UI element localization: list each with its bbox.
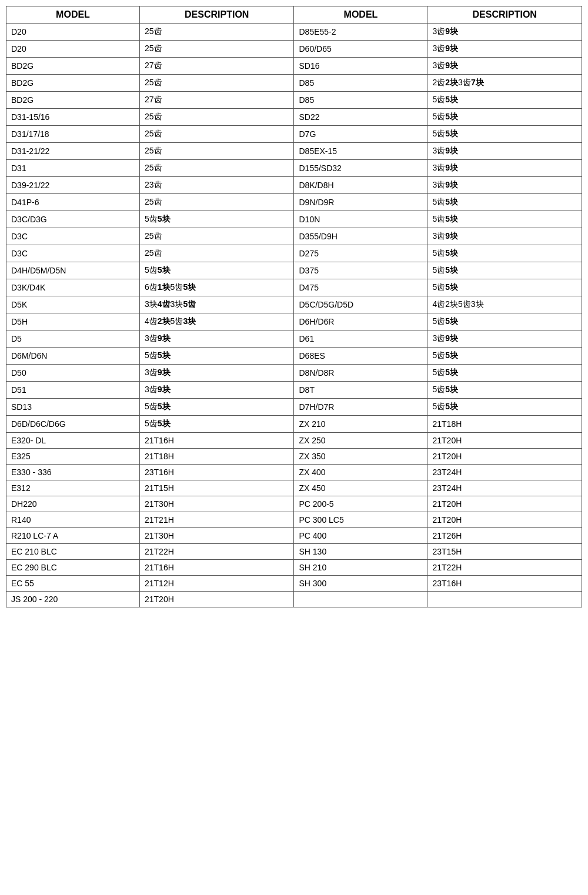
- model-cell: D61: [294, 330, 427, 348]
- description-cell: 25齿: [140, 194, 294, 211]
- model-cell: SD13: [6, 399, 140, 416]
- description-cell: 23T16H: [427, 576, 582, 592]
- model-cell: D375: [294, 262, 427, 279]
- table-row: D6M/D6N5齿5块D68ES5齿5块: [6, 348, 582, 365]
- model-cell: R140: [6, 512, 140, 528]
- description-cell: 5齿5块: [427, 211, 582, 228]
- description-cell: 23齿: [140, 177, 294, 194]
- model-cell: ZX 350: [294, 449, 427, 465]
- description-cell: 3齿9块: [427, 160, 582, 177]
- description-cell: 21T20H: [427, 449, 582, 465]
- description-cell: 25齿: [140, 41, 294, 58]
- description-cell: 21T16H: [140, 433, 294, 449]
- model-cell: SD16: [294, 58, 427, 75]
- description-cell: 3齿9块: [427, 143, 582, 160]
- description-cell: 21T20H: [427, 433, 582, 449]
- model-cell: D3C: [6, 228, 140, 245]
- model-cell: D8T: [294, 382, 427, 399]
- description-cell: 5齿5块: [427, 399, 582, 416]
- table-row: D3C25齿D355/D9H3齿9块: [6, 228, 582, 245]
- model-cell: E325: [6, 449, 140, 465]
- description-cell: 2齿2块3齿7块: [427, 75, 582, 92]
- model-cell: R210 LC-7 A: [6, 528, 140, 544]
- model-cell: D60/D65: [294, 41, 427, 58]
- table-row: D2025齿D60/D653齿9块: [6, 41, 582, 58]
- description-cell: 5齿5块: [427, 245, 582, 262]
- model-cell: D20: [6, 41, 140, 58]
- table-row: EC 290 BLC21T16HSH 21021T22H: [6, 560, 582, 576]
- model-cell: SH 210: [294, 560, 427, 576]
- table-row: D31-15/1625齿SD225齿5块: [6, 109, 582, 126]
- description-cell: 25齿: [140, 75, 294, 92]
- model-cell: D9N/D9R: [294, 194, 427, 211]
- model-cell: PC 200-5: [294, 496, 427, 512]
- model-cell: D4H/D5M/D5N: [6, 262, 140, 279]
- table-row: D5K3块4齿3块5齿D5C/D5G/D5D4齿2块5齿3块: [6, 296, 582, 313]
- model-cell: D31: [6, 160, 140, 177]
- description-cell: 21T16H: [140, 560, 294, 576]
- model-cell: D3C/D3G: [6, 211, 140, 228]
- model-cell: D5K: [6, 296, 140, 313]
- model-cell: EC 210 BLC: [6, 544, 140, 560]
- table-row: E32521T18HZX 35021T20H: [6, 449, 582, 465]
- description-cell: 21T18H: [140, 449, 294, 465]
- description-cell: 21T20H: [427, 512, 582, 528]
- description-cell: 3齿9块: [427, 58, 582, 75]
- description-cell: 5齿5块: [427, 126, 582, 143]
- main-container: MODEL DESCRIPTION MODEL DESCRIPTION D202…: [0, 0, 588, 613]
- description-cell: 5齿5块: [427, 194, 582, 211]
- model-cell: D3K/D4K: [6, 279, 140, 296]
- table-row: D31/17/1825齿D7G5齿5块: [6, 126, 582, 143]
- table-row: E320- DL21T16HZX 25021T20H: [6, 433, 582, 449]
- model-cell: D31-21/22: [6, 143, 140, 160]
- table-row: D41P-625齿D9N/D9R5齿5块: [6, 194, 582, 211]
- description-cell: 5齿5块: [140, 211, 294, 228]
- table-row: D3K/D4K6齿1块5齿5块D4755齿5块: [6, 279, 582, 296]
- description-cell: 5齿5块: [140, 416, 294, 433]
- model-cell: D5: [6, 330, 140, 348]
- table-row: D4H/D5M/D5N5齿5块D3755齿5块: [6, 262, 582, 279]
- model-cell: ZX 210: [294, 416, 427, 433]
- model-cell: D39-21/22: [6, 177, 140, 194]
- model-cell: D8N/D8R: [294, 365, 427, 382]
- description-cell: 23T24H: [427, 465, 582, 480]
- model-cell: D10N: [294, 211, 427, 228]
- description-cell: 3齿9块: [140, 330, 294, 348]
- table-row: D503齿9块D8N/D8R5齿5块: [6, 365, 582, 382]
- parts-table: MODEL DESCRIPTION MODEL DESCRIPTION D202…: [6, 6, 582, 607]
- description-cell: 3齿9块: [427, 41, 582, 58]
- table-row: D6D/D6C/D6G5齿5块ZX 21021T18H: [6, 416, 582, 433]
- col-header-model1: MODEL: [6, 6, 140, 24]
- model-cell: D7G: [294, 126, 427, 143]
- model-cell: SH 300: [294, 576, 427, 592]
- table-row: E31221T15HZX 45023T24H: [6, 480, 582, 496]
- col-header-desc2: DESCRIPTION: [427, 6, 582, 24]
- model-cell: PC 400: [294, 528, 427, 544]
- table-row: E330 - 33623T16HZX 40023T24H: [6, 465, 582, 480]
- model-cell: SD22: [294, 109, 427, 126]
- model-cell: D85E55-2: [294, 24, 427, 41]
- description-cell: 21T30H: [140, 496, 294, 512]
- description-cell: 27齿: [140, 92, 294, 109]
- model-cell: D275: [294, 245, 427, 262]
- table-row: D3C25齿D2755齿5块: [6, 245, 582, 262]
- description-cell: 5齿5块: [427, 348, 582, 365]
- model-cell: D20: [6, 24, 140, 41]
- description-cell: 25齿: [140, 228, 294, 245]
- model-cell: E312: [6, 480, 140, 496]
- model-cell: D6M/D6N: [6, 348, 140, 365]
- table-row: EC 210 BLC21T22HSH 13023T15H: [6, 544, 582, 560]
- description-cell: 5齿5块: [427, 313, 582, 330]
- model-cell: D85: [294, 92, 427, 109]
- description-cell: 3齿9块: [427, 330, 582, 348]
- description-cell: 5齿5块: [140, 348, 294, 365]
- model-cell: D31-15/16: [6, 109, 140, 126]
- model-cell: D68ES: [294, 348, 427, 365]
- model-cell: D7H/D7R: [294, 399, 427, 416]
- description-cell: 23T24H: [427, 480, 582, 496]
- description-cell: 21T15H: [140, 480, 294, 496]
- description-cell: 3齿9块: [427, 228, 582, 245]
- model-cell: BD2G: [6, 58, 140, 75]
- model-cell: D5C/D5G/D5D: [294, 296, 427, 313]
- model-cell: D85EX-15: [294, 143, 427, 160]
